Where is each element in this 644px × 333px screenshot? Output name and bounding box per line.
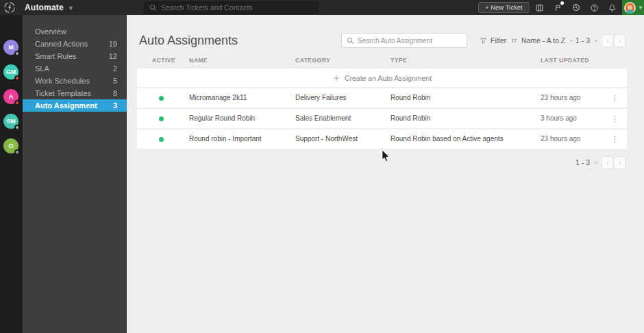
cell-last-updated: 23 hours ago — [541, 130, 580, 149]
column-header-category: CATEGORY — [295, 57, 330, 64]
chevron-right-icon — [617, 160, 623, 166]
workspace-avatar[interactable]: A — [3, 89, 18, 104]
app-name: Automate — [25, 3, 64, 12]
sidebar-item-auto-assignment[interactable]: Auto Assignment 3 — [23, 99, 127, 112]
sidebar-item-label: SLA — [35, 62, 49, 75]
cell-name: Round robin - Important — [189, 130, 262, 149]
column-header-active: ACTIVE — [152, 57, 175, 64]
help-icon[interactable] — [587, 1, 601, 14]
prev-page-button-bottom[interactable] — [602, 156, 613, 169]
create-row-label: Create an Auto Assignment — [345, 74, 432, 82]
cell-last-updated: 23 hours ago — [541, 88, 580, 108]
auto-assignment-search — [341, 33, 467, 48]
history-icon[interactable] — [569, 1, 583, 14]
next-page-button[interactable] — [614, 34, 626, 47]
sidebar-item-label: Work Schedules — [35, 75, 90, 87]
global-search-input[interactable] — [161, 3, 313, 12]
sidebar-item-label: Ticket Templates — [35, 87, 91, 99]
sidebar-item-count: 8 — [113, 87, 117, 99]
chevron-left-icon — [605, 38, 610, 44]
filter-button[interactable]: Filter — [480, 36, 506, 45]
sidebar-item-smart-rules[interactable]: Smart Rules 12 — [23, 50, 127, 62]
page-range-dropdown[interactable]: 1 - 3 — [575, 36, 599, 45]
cell-type: Round Robin — [391, 109, 430, 128]
chevron-right-icon — [617, 38, 623, 44]
topbar-divider — [529, 3, 530, 12]
active-indicator — [159, 96, 164, 101]
page-range-label: 1 - 3 — [575, 158, 590, 166]
cell-last-updated: 3 hours ago — [541, 109, 577, 128]
sidebar-item-canned-actions[interactable]: Canned Actions 19 — [23, 38, 127, 50]
search-icon — [347, 37, 354, 45]
workspace-avatar[interactable]: GM — [3, 64, 18, 79]
status-dot — [14, 51, 20, 56]
sidebar-item-label: Overview — [35, 25, 66, 38]
chevron-down-icon — [593, 160, 599, 165]
cell-category: Sales Enablement — [295, 109, 351, 128]
auto-assignment-search-input[interactable] — [358, 37, 462, 45]
new-ticket-button[interactable]: + New Ticket — [478, 2, 530, 13]
workspace-avatar[interactable]: SM — [3, 114, 18, 129]
notification-dot — [560, 1, 564, 5]
status-dot — [14, 100, 20, 106]
active-indicator — [159, 137, 164, 142]
workspace-avatar[interactable]: M — [3, 40, 18, 55]
table-row[interactable]: Micromanage 2k11 Delivery Failures Round… — [137, 88, 627, 108]
column-header-name: NAME — [189, 57, 208, 64]
sidebar-item-count: 2 — [113, 62, 117, 75]
create-auto-assignment-button[interactable]: Create an Auto Assignment — [137, 69, 627, 87]
avatar-initials: O — [8, 143, 13, 149]
kanban-board-icon[interactable] — [532, 1, 546, 14]
main-content: Auto Assignments Filter Name - A to Z 1 … — [127, 15, 644, 333]
sidebar-item-count: 19 — [109, 38, 117, 50]
chevron-down-icon — [593, 38, 599, 43]
plus-icon — [332, 74, 340, 82]
automate-logo-icon[interactable] — [3, 1, 16, 14]
sidebar-item-count: 5 — [113, 75, 117, 87]
workspace-avatar[interactable]: O — [3, 138, 18, 153]
sidebar-item-count: 3 — [113, 99, 117, 112]
user-menu[interactable]: ▼ — [622, 0, 644, 15]
app-switcher[interactable]: Automate▼ — [25, 3, 74, 12]
cell-name: Regular Round Robin — [189, 109, 255, 128]
active-indicator — [159, 116, 164, 121]
row-menu-icon[interactable]: ⋮ — [609, 88, 620, 108]
status-dot — [14, 125, 20, 130]
avatar-initials: M — [8, 44, 14, 51]
page-title: Auto Assignments — [139, 34, 238, 48]
cell-name: Micromanage 2k11 — [189, 88, 247, 108]
chevron-down-icon: ▼ — [638, 5, 643, 11]
bell-icon[interactable] — [605, 1, 619, 14]
table-row[interactable]: Regular Round Robin Sales Enablement Rou… — [137, 109, 627, 128]
sidebar-item-overview[interactable]: Overview — [23, 25, 127, 38]
next-page-button-bottom[interactable] — [614, 156, 626, 169]
cell-type: Round Robin based on Active agents — [391, 130, 504, 149]
sort-dropdown[interactable]: Name - A to Z — [510, 36, 574, 45]
cell-type: Round Robin — [391, 88, 430, 108]
filter-label: Filter — [491, 36, 506, 45]
sort-icon — [510, 37, 518, 45]
search-icon — [149, 4, 157, 12]
top-bar: Automate▼ + New Ticket ▼ — [0, 0, 644, 15]
user-avatar — [624, 2, 636, 14]
activity-log-icon[interactable] — [551, 1, 565, 14]
cell-category: Delivery Failures — [295, 88, 346, 108]
sidebar-item-sla[interactable]: SLA 2 — [23, 62, 127, 75]
prev-page-button[interactable] — [602, 34, 613, 47]
sidebar-item-ticket-templates[interactable]: Ticket Templates 8 — [23, 87, 127, 99]
row-menu-icon[interactable]: ⋮ — [609, 109, 620, 128]
column-header-type: TYPE — [391, 57, 407, 64]
global-search — [144, 1, 319, 14]
row-menu-icon[interactable]: ⋮ — [609, 130, 620, 149]
status-dot — [14, 149, 20, 155]
sidebar-item-work-schedules[interactable]: Work Schedules 5 — [23, 75, 127, 87]
table-row[interactable]: Round robin - Important Support - NorthW… — [137, 130, 627, 149]
status-dot — [14, 75, 20, 81]
chevron-down-icon: ▼ — [68, 5, 74, 12]
sidebar-item-count: 12 — [109, 50, 117, 62]
sidebar-item-label: Smart Rules — [35, 50, 77, 62]
avatar-initials: GM — [6, 69, 16, 75]
cell-category: Support - NorthWest — [295, 130, 358, 149]
sidebar-item-label: Canned Actions — [35, 38, 88, 50]
page-range-dropdown-bottom[interactable]: 1 - 3 — [575, 158, 599, 166]
